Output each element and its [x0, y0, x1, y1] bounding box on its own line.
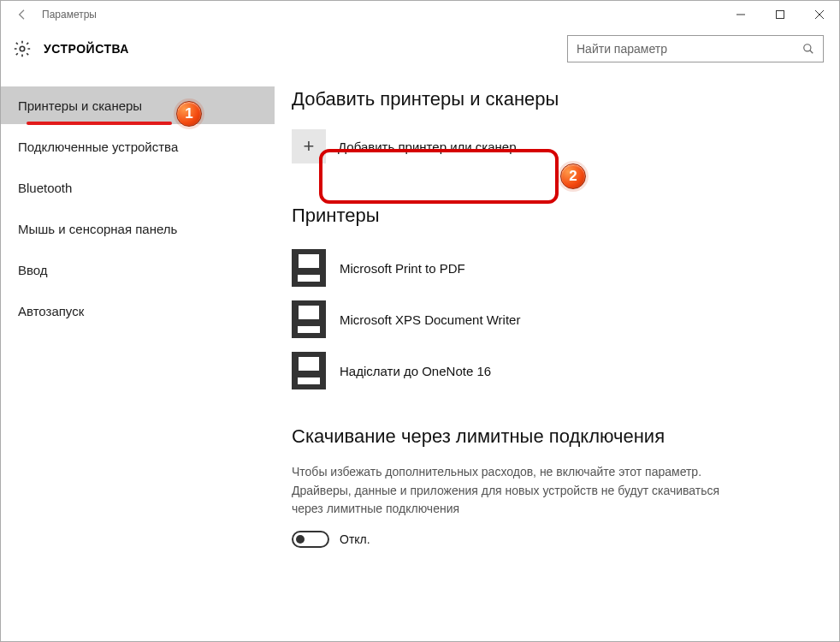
- metered-description: Чтобы избежать дополнительных расходов, …: [292, 463, 754, 519]
- add-printer-button[interactable]: + Добавить принтер или сканер: [292, 126, 600, 167]
- search-input[interactable]: [568, 42, 794, 56]
- printer-icon: [292, 249, 326, 287]
- header: УСТРОЙСТВА: [1, 28, 839, 69]
- sidebar-item-label: Автозапуск: [18, 304, 84, 318]
- printer-item[interactable]: Microsoft XPS Document Writer: [292, 294, 805, 345]
- section-heading-add: Добавить принтеры и сканеры: [292, 88, 805, 110]
- page-title: УСТРОЙСТВА: [44, 42, 129, 56]
- gear-icon: [11, 38, 33, 60]
- sidebar-item-bluetooth[interactable]: Bluetooth: [1, 169, 275, 206]
- settings-window: Параметры УСТРОЙСТВА Принтеры и ска: [0, 0, 840, 642]
- sidebar-item-mouse-touchpad[interactable]: Мышь и сенсорная панель: [1, 210, 275, 247]
- sidebar-item-printers-scanners[interactable]: Принтеры и сканеры: [1, 86, 275, 124]
- content: Принтеры и сканеры Подключенные устройст…: [1, 69, 839, 641]
- metered-toggle[interactable]: Откл.: [292, 531, 805, 548]
- svg-rect-1: [777, 11, 784, 19]
- svg-point-4: [20, 46, 25, 51]
- search-icon: [794, 43, 823, 55]
- sidebar: Принтеры и сканеры Подключенные устройст…: [1, 69, 275, 641]
- minimize-button[interactable]: [721, 1, 760, 28]
- sidebar-item-label: Мышь и сенсорная панель: [18, 222, 177, 236]
- printer-label: Microsoft Print to PDF: [340, 261, 465, 276]
- sidebar-item-label: Принтеры и сканеры: [18, 98, 142, 113]
- sidebar-item-autoplay[interactable]: Автозапуск: [1, 292, 275, 330]
- close-button[interactable]: [800, 1, 839, 28]
- svg-line-6: [810, 51, 813, 54]
- sidebar-item-connected-devices[interactable]: Подключенные устройства: [1, 128, 275, 165]
- printer-icon: [292, 300, 326, 338]
- toggle-state: Откл.: [340, 532, 370, 546]
- titlebar: Параметры: [1, 1, 839, 28]
- printers-section: Принтеры Microsoft Print to PDF Microsof…: [292, 205, 805, 396]
- printer-icon: [292, 352, 326, 389]
- toggle-track: [292, 531, 329, 548]
- printer-label: Microsoft XPS Document Writer: [340, 312, 520, 327]
- annotation-underline-1: [27, 122, 172, 125]
- add-printer-label: Добавить принтер или сканер: [338, 140, 517, 154]
- sidebar-item-typing[interactable]: Ввод: [1, 251, 275, 288]
- sidebar-item-label: Подключенные устройства: [18, 140, 178, 154]
- toggle-thumb: [296, 535, 305, 544]
- printer-label: Надіслати до OneNote 16: [340, 364, 491, 378]
- printer-item[interactable]: Надіслати до OneNote 16: [292, 345, 805, 396]
- window-controls: [721, 1, 839, 28]
- search-box[interactable]: [567, 35, 824, 62]
- metered-section: Скачивание через лимитные подключения Чт…: [292, 425, 805, 548]
- sidebar-item-label: Ввод: [18, 263, 48, 277]
- section-heading-printers: Принтеры: [292, 205, 805, 227]
- maximize-button[interactable]: [760, 1, 800, 28]
- back-button[interactable]: [6, 1, 38, 28]
- section-heading-metered: Скачивание через лимитные подключения: [292, 425, 805, 448]
- printer-item[interactable]: Microsoft Print to PDF: [292, 242, 805, 294]
- plus-icon: +: [292, 129, 326, 163]
- main-panel: Добавить принтеры и сканеры + Добавить п…: [275, 69, 839, 641]
- window-title: Параметры: [38, 9, 97, 21]
- svg-point-5: [804, 45, 811, 51]
- sidebar-item-label: Bluetooth: [18, 181, 72, 195]
